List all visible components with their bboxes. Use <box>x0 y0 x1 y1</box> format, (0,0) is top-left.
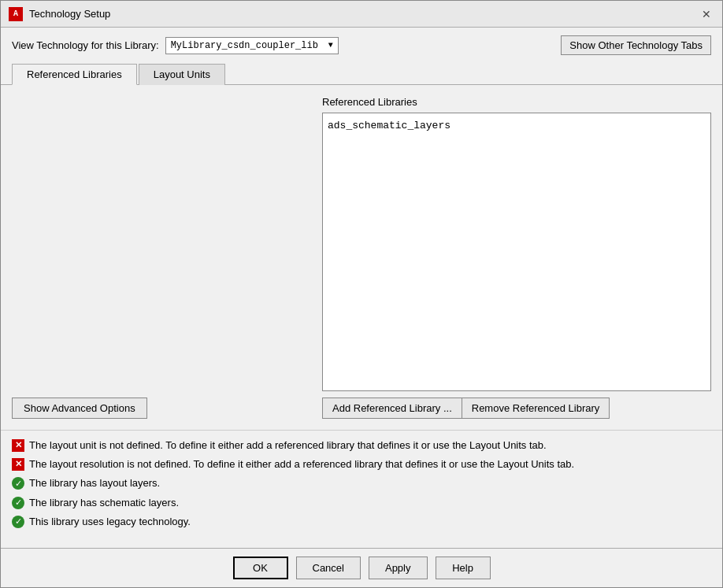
library-dropdown[interactable]: MyLibrary_csdn_coupler_lib ▼ <box>165 37 339 54</box>
ok-icon-1: ✓ <box>12 477 24 490</box>
tab-referenced-libraries[interactable]: Referenced Libraries <box>12 64 137 85</box>
technology-setup-dialog: A Technology Setup ✕ View Technology for… <box>0 0 723 588</box>
ok-icon-3: ✓ <box>12 516 24 528</box>
app-icon: A <box>9 7 23 21</box>
tabs-row: Referenced Libraries Layout Units <box>1 63 722 85</box>
dropdown-arrow-icon: ▼ <box>328 41 333 50</box>
apply-button[interactable]: Apply <box>369 557 428 579</box>
ref-libs-buttons: Add Referenced Library ... Remove Refere… <box>322 398 711 419</box>
footer: OK Cancel Apply Help <box>1 548 722 587</box>
message-row-1: ✕ The layout unit is not defined. To def… <box>12 438 711 453</box>
main-content: Show Advanced Options Referenced Librari… <box>1 85 722 430</box>
message-row-2: ✕ The layout resolution is not defined. … <box>12 457 711 472</box>
referenced-libraries-listbox[interactable]: ads_schematic_layers <box>322 113 711 391</box>
message-text-5: This library uses legacy technology. <box>29 515 711 529</box>
remove-referenced-library-button[interactable]: Remove Referenced Library <box>462 398 610 419</box>
right-panel: Referenced Libraries ads_schematic_layer… <box>322 96 711 419</box>
dialog-title: Technology Setup <box>29 8 110 20</box>
tab-layout-units[interactable]: Layout Units <box>139 64 225 85</box>
show-advanced-options-button[interactable]: Show Advanced Options <box>12 398 147 419</box>
title-bar-left: A Technology Setup <box>9 7 110 21</box>
add-referenced-library-button[interactable]: Add Referenced Library ... <box>322 398 462 419</box>
title-bar: A Technology Setup ✕ <box>1 1 722 28</box>
cancel-button[interactable]: Cancel <box>296 557 361 579</box>
left-panel: Show Advanced Options <box>12 96 311 419</box>
help-button[interactable]: Help <box>436 557 491 579</box>
message-row-5: ✓ This library uses legacy technology. <box>12 515 711 529</box>
view-technology-row: View Technology for this Library: MyLibr… <box>1 28 722 63</box>
messages-area: ✕ The layout unit is not defined. To def… <box>1 430 722 548</box>
dropdown-selected-value: MyLibrary_csdn_coupler_lib <box>171 40 318 51</box>
message-row-3: ✓ The library has layout layers. <box>12 476 711 490</box>
view-tech-left: View Technology for this Library: MyLibr… <box>12 37 339 54</box>
message-text-1: The layout unit is not defined. To defin… <box>29 438 711 453</box>
message-row-4: ✓ The library has schematic layers. <box>12 496 711 510</box>
view-tech-label: View Technology for this Library: <box>12 39 159 51</box>
message-text-4: The library has schematic layers. <box>29 496 711 510</box>
ref-libs-label: Referenced Libraries <box>322 96 711 108</box>
message-text-3: The library has layout layers. <box>29 476 711 490</box>
error-icon-1: ✕ <box>12 439 24 452</box>
show-other-technology-tabs-button[interactable]: Show Other Technology Tabs <box>561 35 711 55</box>
ok-icon-2: ✓ <box>12 497 24 509</box>
list-item[interactable]: ads_schematic_layers <box>328 118 706 133</box>
close-button[interactable]: ✕ <box>699 6 714 22</box>
message-text-2: The layout resolution is not defined. To… <box>29 457 711 472</box>
ok-button[interactable]: OK <box>233 557 288 579</box>
error-icon-2: ✕ <box>12 458 24 471</box>
